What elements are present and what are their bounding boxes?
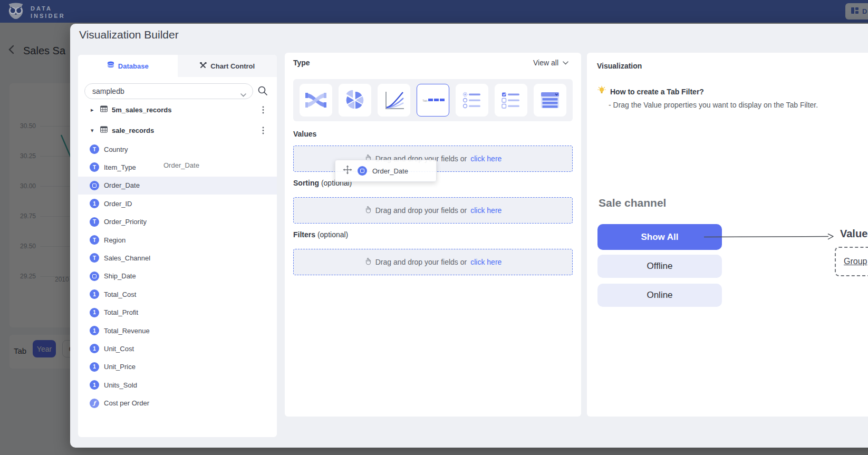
database-panel: Database Chart Control ▸ bbox=[78, 55, 277, 437]
dashboard-button[interactable]: D bbox=[845, 3, 868, 20]
field-row[interactable]: 1Unit_Cost bbox=[78, 340, 277, 357]
field-row[interactable]: 1Total_Revenue bbox=[78, 322, 277, 340]
chart-type-checkbox-list[interactable] bbox=[495, 84, 527, 117]
filters-dropzone[interactable]: Drag and drop your fields or click here bbox=[293, 249, 573, 275]
tab-database-label: Database bbox=[118, 62, 149, 70]
number-field-icon: 1 bbox=[90, 308, 99, 317]
chart-type-sankey[interactable] bbox=[300, 84, 332, 117]
date-field-icon bbox=[358, 166, 367, 176]
date-field-icon bbox=[90, 181, 99, 190]
number-field-icon: 1 bbox=[90, 362, 99, 372]
chart-type-strip: Tab bbox=[293, 79, 573, 121]
owl-logo-icon bbox=[6, 3, 25, 22]
kebab-menu-icon[interactable] bbox=[262, 127, 264, 137]
number-field-icon: 1 bbox=[90, 344, 99, 353]
annotation-group-box: Group bbox=[835, 247, 868, 276]
field-label: Order_Date bbox=[104, 181, 140, 189]
text-field-icon: T bbox=[90, 235, 99, 245]
database-select-input[interactable] bbox=[92, 84, 235, 99]
field-row[interactable]: 1Total_Cost bbox=[78, 285, 277, 303]
view-all-button[interactable]: View all bbox=[533, 59, 568, 67]
preview-option-online[interactable]: Online bbox=[597, 284, 722, 307]
field-row[interactable]: TCountry bbox=[78, 140, 277, 158]
field-row[interactable]: TOrder_Priority bbox=[78, 213, 277, 231]
visualization-header: Visualization bbox=[597, 62, 642, 70]
field-label: Total_Profit bbox=[104, 308, 138, 316]
brand-line2: INSIDER bbox=[31, 13, 65, 19]
table-row-sale-records[interactable]: ▾ sale_records bbox=[78, 121, 277, 139]
brand-logo: DATA INSIDER bbox=[6, 3, 65, 22]
tab-chart-control[interactable]: Chart Control bbox=[178, 55, 277, 77]
dragged-field-chip[interactable]: Order_Date bbox=[335, 160, 437, 182]
chevron-down-icon bbox=[240, 90, 246, 99]
dashboard-icon bbox=[851, 6, 859, 16]
dropzone-click-here-link[interactable]: click here bbox=[470, 206, 501, 215]
field-label: Region bbox=[104, 236, 126, 244]
chart-type-tab-filter[interactable]: Tab bbox=[417, 84, 449, 117]
field-row[interactable]: 1Units_Sold bbox=[78, 376, 277, 394]
chart-type-radio-list[interactable] bbox=[456, 84, 488, 117]
field-row[interactable]: TRegion bbox=[78, 231, 277, 249]
text-field-icon: T bbox=[90, 217, 99, 227]
tab-chart-control-label: Chart Control bbox=[210, 62, 255, 70]
search-icon[interactable] bbox=[257, 85, 269, 97]
field-label: Order_ID bbox=[104, 200, 132, 208]
field-row[interactable]: TItem_Type bbox=[78, 158, 277, 176]
screen: Sales Sa 30.5030.2530.0029.7529.5029.25 … bbox=[0, 0, 868, 455]
dropzone-click-here-link[interactable]: click here bbox=[470, 154, 501, 163]
text-field-icon: T bbox=[90, 253, 99, 263]
caret-down-icon[interactable]: ▾ bbox=[91, 127, 96, 134]
preview-option-offline[interactable]: Offline bbox=[597, 255, 722, 278]
preview-option-show-all[interactable]: Show All bbox=[597, 224, 722, 250]
dragged-field-label: Order_Date bbox=[372, 167, 408, 175]
table-name: sale_records bbox=[112, 127, 154, 134]
table-row-5m-sales-records[interactable]: ▸ 5m_sales_records bbox=[78, 101, 277, 119]
table-icon bbox=[100, 105, 108, 114]
caret-right-icon[interactable]: ▸ bbox=[91, 107, 96, 113]
field-label: Unit_Cost bbox=[104, 345, 134, 353]
type-section-label: Type bbox=[293, 59, 310, 67]
chart-type-line[interactable] bbox=[378, 84, 410, 117]
left-panel-tabs: Database Chart Control bbox=[78, 55, 277, 77]
table-name: 5m_sales_records bbox=[112, 106, 171, 114]
tip-title: How to create a Tab Filter? bbox=[610, 88, 704, 96]
chart-type-pie[interactable] bbox=[339, 84, 371, 117]
field-row[interactable]: 1Unit_Price bbox=[78, 358, 277, 376]
dropzone-text: Drag and drop your fields or bbox=[375, 258, 467, 266]
field-label: Total_Cost bbox=[104, 291, 136, 298]
field-row[interactable]: Ship_Date bbox=[78, 267, 277, 285]
database-select[interactable] bbox=[84, 83, 253, 99]
builder-panel: Type View all Tab Values Drag and drop y… bbox=[285, 53, 581, 417]
move-icon bbox=[343, 165, 352, 177]
annotation-arrow bbox=[704, 233, 836, 241]
field-label: Order_Priority bbox=[104, 218, 147, 226]
field-row[interactable]: Order_Date bbox=[78, 177, 277, 195]
filters-section-label: Filters bbox=[293, 230, 315, 239]
dropzone-text: Drag and drop your fields or bbox=[375, 206, 467, 215]
chart-type-dropdown-list[interactable] bbox=[534, 84, 566, 117]
filters-optional-suffix: (optional) bbox=[317, 230, 348, 239]
annotation-group-label: Group bbox=[844, 257, 867, 266]
sorting-dropzone[interactable]: Drag and drop your fields or click here bbox=[293, 197, 573, 224]
field-row[interactable]: TSales_Channel bbox=[78, 249, 277, 267]
hand-drag-icon bbox=[364, 257, 372, 267]
field-label: Ship_Date bbox=[104, 272, 136, 280]
field-label: Units_Sold bbox=[104, 381, 137, 389]
tools-icon bbox=[199, 62, 207, 71]
values-section-label: Values bbox=[293, 130, 316, 138]
field-row[interactable]: 1Order_ID bbox=[78, 195, 277, 212]
preview-title: Sale channel bbox=[599, 197, 666, 209]
modal-title: Visualization Builder bbox=[79, 28, 179, 41]
top-navbar: DATA INSIDER D bbox=[0, 0, 868, 23]
brand-line1: DATA bbox=[31, 5, 52, 12]
field-row[interactable]: ƒCost per Order bbox=[78, 394, 277, 412]
number-field-icon: 1 bbox=[90, 326, 99, 335]
field-label: Unit_Price bbox=[104, 363, 136, 371]
tab-database[interactable]: Database bbox=[78, 55, 178, 77]
chevron-down-icon bbox=[563, 61, 568, 65]
table-icon bbox=[100, 125, 108, 135]
kebab-menu-icon[interactable] bbox=[262, 106, 264, 116]
field-row[interactable]: 1Total_Profit bbox=[78, 304, 277, 322]
dropzone-click-here-link[interactable]: click here bbox=[470, 258, 501, 266]
expression-field-icon: ƒ bbox=[90, 399, 99, 408]
